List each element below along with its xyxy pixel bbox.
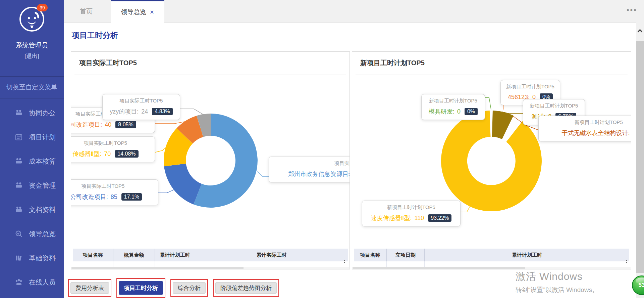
- logout-link[interactable]: [退出]: [0, 52, 64, 60]
- calendar-icon: [15, 133, 23, 141]
- more-menu-icon[interactable]: •••: [627, 0, 637, 23]
- tooltip-dry-water-meter: 新项目工时计划TOP5 干式无磁水表全结构设计: 0: [538, 116, 631, 141]
- app-window: 39 系统管理员 [退出] 切换至自定义菜单 协同办公 项目计划 成本核算: [0, 0, 644, 298]
- panel-title: 项目实际工时TOP5: [79, 58, 137, 68]
- sidebar-item-office[interactable]: 协同办公: [0, 101, 64, 125]
- annotation-box: 综合分析: [170, 279, 208, 297]
- tooltip-series-title: 新项目工时计划TOP5: [528, 103, 580, 109]
- annotation-box: 费用分析表: [68, 279, 111, 297]
- tooltip-series-title: 项目实际工时TOP5: [274, 160, 350, 167]
- chart-connector-lines: [352, 52, 631, 269]
- sidebar-item-label: 在线人员: [29, 278, 56, 287]
- tooltip-label: 传感器Ⅱ型:: [72, 150, 101, 158]
- scrollbar-thumb[interactable]: [353, 267, 525, 269]
- sidebar-item-project-plan[interactable]: 项目计划: [0, 125, 64, 149]
- tooltip-zhengzhou-project: 项目实际工时TOP5 郑州市政务信息资源目录: [269, 157, 350, 182]
- tooltip-series-title: 新项目工时计划TOP5: [367, 204, 455, 211]
- sidebar-item-label: 资金管理: [29, 181, 56, 190]
- tooltip-series-title: 项目实际工时TOP5: [71, 140, 150, 146]
- windows-activation-watermark: 激活 Windows 转到“设置”以激活 Windows。: [516, 270, 598, 294]
- switch-custom-menu-button[interactable]: 切换至自定义菜单: [0, 76, 64, 98]
- column-header: 累计实际工时: [195, 249, 348, 261]
- tooltip-label: 郑州市政务信息资源目录: [288, 170, 350, 178]
- teamwork-icon: [15, 109, 23, 117]
- table-horizontal-scrollbar[interactable]: [353, 267, 631, 269]
- column-header: 项目名称: [354, 249, 387, 261]
- tab-label: 领导总览: [121, 8, 146, 16]
- tooltip-speed-sensor: 新项目工时计划TOP5 速度传感器Ⅱ型: 110 93.22%: [362, 201, 461, 226]
- tooltip-yzy-project: 项目实际工时TOP5 yzy的项目: 24 4.83%: [102, 94, 180, 120]
- table-header-row: 项目名称 立项日期 累计计划工时: [354, 249, 629, 261]
- actual-hours-table: 项目名称 概算金额 累计计划工时 累计实际工时: [73, 249, 348, 269]
- tab-close-icon[interactable]: ✕: [150, 9, 154, 15]
- vertical-scrollbar[interactable]: [636, 23, 644, 298]
- column-header: 项目名称: [73, 249, 113, 261]
- funds-icon: [15, 181, 23, 189]
- percent-badge: 14.08%: [115, 150, 138, 158]
- tooltip-series-title: 新项目工时计划TOP5: [426, 98, 480, 104]
- sidebar-item-documents[interactable]: 文档资料: [0, 198, 64, 222]
- tooltip-series-title: 项目实际工时TOP5: [107, 98, 175, 104]
- tab-bar: 首页 领导总览 ✕ •••: [64, 0, 644, 23]
- column-header: 累计计划工时: [425, 249, 629, 261]
- sidebar-item-funds[interactable]: 资金管理: [0, 173, 64, 198]
- analysis-button-row: 费用分析表 项目工时分析 综合分析 阶段偏差趋势图分析: [68, 278, 279, 298]
- project-hours-analysis-button[interactable]: 项目工时分析: [119, 281, 163, 295]
- cost-analysis-table-button[interactable]: 费用分析表: [70, 282, 109, 294]
- sidebar-item-base-data[interactable]: 基础资料: [0, 246, 64, 270]
- notification-badge: 39: [37, 4, 48, 11]
- percent-badge: 93.22%: [428, 214, 451, 222]
- annotation-box: 阶段偏差趋势图分析: [213, 279, 279, 297]
- documents-icon: [15, 206, 23, 214]
- sidebar-item-cost[interactable]: 成本核算: [0, 149, 64, 173]
- scroll-up-icon[interactable]: [636, 25, 644, 37]
- tooltip-value: 0: [457, 108, 461, 115]
- percent-badge: 17.1%: [121, 193, 142, 201]
- tooltip-value: 24: [141, 108, 148, 115]
- tab-home[interactable]: 首页: [80, 0, 93, 23]
- panel-planned-hours: 新项目工时计划TOP5 新项目工时计划TOP5 456123: 0 0% 新项目…: [352, 51, 631, 269]
- tooltip-series-title: 新项目工时计划TOP5: [505, 84, 555, 90]
- tooltip-value: 110: [414, 215, 424, 222]
- sidebar-item-online-users[interactable]: 在线人员: [0, 270, 64, 294]
- comprehensive-analysis-button[interactable]: 综合分析: [173, 282, 206, 294]
- page-title: 项目工时分析: [72, 30, 118, 41]
- percent-badge: 4.83%: [152, 108, 172, 115]
- sidebar: 39 系统管理员 [退出] 切换至自定义菜单 协同办公 项目计划 成本核算: [0, 0, 64, 298]
- scrollbar-thumb[interactable]: [636, 41, 644, 273]
- tooltip-value: 70: [104, 151, 111, 158]
- tooltip-label: 限公司改造项目:: [71, 193, 108, 201]
- table-scrollbar[interactable]: [343, 259, 345, 264]
- tooltip-mold-rd: 新项目工时计划TOP5 模具研发: 0 0%: [421, 94, 485, 120]
- tab-leader-overview[interactable]: 领导总览 ✕: [111, 0, 164, 23]
- column-header: 立项日期: [387, 249, 425, 261]
- panel-actual-hours: 项目实际工时TOP5 项目实际工时TOP5 yzy的项目: 24 4.83% 项…: [71, 51, 350, 269]
- table-scrollbar[interactable]: [626, 259, 628, 264]
- overview-icon: [15, 230, 23, 238]
- sidebar-item-leader-overview[interactable]: 领导总览: [0, 222, 64, 246]
- sidebar-item-label: 成本核算: [29, 157, 56, 166]
- tooltip-label: 干式无磁水表全结构设计:: [561, 129, 630, 137]
- sidebar-item-label: 协同办公: [29, 109, 56, 118]
- tooltip-series-title: 项目实际工时TOP5: [71, 183, 153, 189]
- scrollbar-thumb[interactable]: [71, 267, 244, 269]
- table-horizontal-scrollbar[interactable]: [71, 267, 349, 269]
- tooltip-reform-project-85: 项目实际工时TOP5 限公司改造项目: 85 17.1%: [71, 179, 158, 205]
- username-label: 系统管理员: [0, 41, 64, 50]
- tooltip-value: 40: [105, 121, 111, 128]
- planned-hours-table: 项目名称 立项日期 累计计划工时: [354, 249, 629, 269]
- cost-icon: [15, 157, 23, 165]
- tooltip-sensor-type2: 项目实际工时TOP5 传感器Ⅱ型: 70 14.08%: [71, 136, 155, 162]
- tooltip-label: 速度传感器Ⅱ型:: [371, 214, 412, 222]
- percent-badge: 8.05%: [115, 121, 136, 128]
- floating-assistant-badge[interactable]: 53: [632, 275, 644, 295]
- tooltip-label: 限公司改造项目:: [71, 121, 102, 129]
- column-header: 概算金额: [113, 249, 155, 261]
- phase-deviation-trend-button[interactable]: 阶段偏差趋势图分析: [215, 282, 277, 294]
- panel-title: 新项目工时计划TOP5: [360, 58, 425, 68]
- sidebar-item-label: 基础资料: [29, 254, 56, 263]
- books-icon: [15, 254, 23, 262]
- sidebar-item-label: 文档资料: [29, 205, 56, 214]
- watermark-line2: 转到“设置”以激活 Windows。: [516, 286, 598, 294]
- tooltip-label: yzy的项目:: [110, 108, 139, 116]
